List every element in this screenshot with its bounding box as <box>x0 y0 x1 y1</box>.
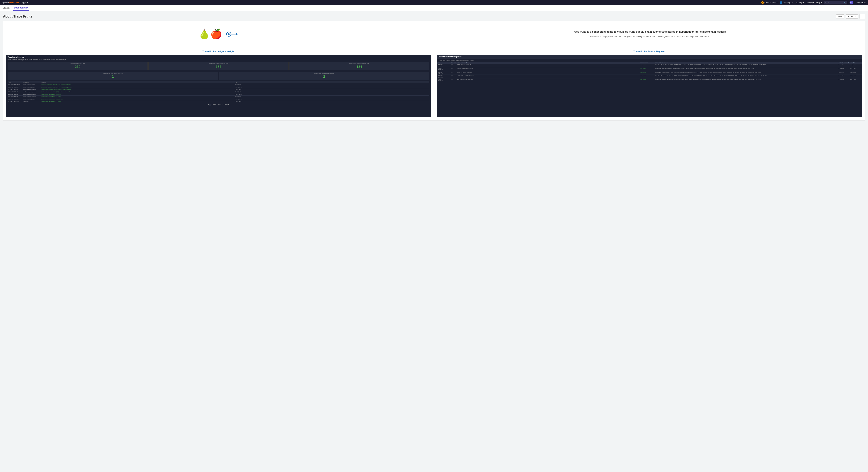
table-row: 2021-06-27 00:01:36 peer4.bittering.exam… <box>7 91 429 93</box>
messages-menu[interactable]: 2 Messages <box>780 1 794 4</box>
search-icon: 🔍 <box>844 2 846 4</box>
stat-value-4: 1 <box>9 75 217 78</box>
secondary-navigation: Search Dashboards ▾ <box>0 5 868 11</box>
mock-table-header: _time container_id tracing # _raw <box>7 82 429 83</box>
data-row: 2021-08-2700:36:54.005 419 4cf4d8-9770-4… <box>437 71 862 75</box>
mock-dark-title: Trace Fruits Events Payloads <box>438 56 462 58</box>
stat-box-1: Fruits Traceability Events Stats 260 <box>7 62 148 70</box>
main-grid: 🍐🍎 Trace fruits is a conceptual demo to … <box>3 21 865 121</box>
left-panel-title: Trace Fruits Ledgers Insight <box>6 50 431 53</box>
app-title: Trace Fruits <box>856 1 866 4</box>
settings-menu[interactable]: Settings <box>796 1 804 4</box>
stat-box-3: FruitsReceiver Ledger Blockchain Height … <box>289 62 429 70</box>
dashboards-chevron: ▾ <box>27 7 28 9</box>
right-panel-mock: Trace Fruits Events Payloads Trace Fruit… <box>437 55 862 117</box>
activity-menu[interactable]: Activity <box>806 1 814 4</box>
data-row: 2021-08-2700:23:59.882 417 b9f4e05a-0867… <box>437 64 862 67</box>
alert-indicator[interactable]: ! Administrator <box>761 1 778 4</box>
trace-icon <box>226 29 239 40</box>
stat-box-4: FruitsProvider Ledger Transaction Count … <box>7 72 218 80</box>
table-row: 2021-06-27 00:01:37 peer4.bittering.exam… <box>7 93 429 96</box>
stat-value-3: 134 <box>290 65 428 69</box>
right-panel-title: Trace Fruits Events Payload <box>437 50 862 53</box>
stat-value-2: 134 <box>150 65 287 69</box>
search-nav-item[interactable]: Search <box>2 5 10 11</box>
hero-sub-text: This demo concept picked from the GS1 gl… <box>590 35 709 38</box>
stat-value-5: 2 <box>220 75 428 78</box>
stat-label-3: FruitsReceiver Ledger Blockchain Height <box>290 63 428 64</box>
page-title: About Trace Fruits <box>3 14 32 19</box>
stat-value-1: 260 <box>9 65 146 69</box>
header-actions: Edit Export ▾ ... <box>836 14 865 19</box>
mock-dark-header: Trace Fruits Events Payloads <box>437 55 862 59</box>
table-row: 2021-06-27 00:01:26.30 77ebf6dbb3 [Fruit… <box>7 100 429 103</box>
table-row: 2021-06-27 00:01:58.40 peer1.poplar.exam… <box>7 86 429 88</box>
trace-arrow-svg <box>226 29 239 40</box>
table-row: 2021-06-27 00:01:58.300 peer1.poplar.exa… <box>7 84 429 86</box>
mock-left-header: Trace Fruits Ledgers <box>7 56 429 58</box>
mock-stats-grid: Fruits Traceability Events Stats 260 Fru… <box>7 62 429 70</box>
data-row: 2021-08-2700:39:43.185 417 7d7b3b5d-4b69… <box>437 75 862 78</box>
left-panel-mock: Trace Fruits Ledgers Insight of a demo f… <box>6 55 431 117</box>
top-navigation: splunk>enterprise Apps ! Administrator 2… <box>0 0 868 5</box>
hero-main-text: Trace fruits is a conceptual demo to vis… <box>572 30 726 34</box>
page-content: About Trace Fruits Edit Export ▾ ... 🍐🍎 <box>0 11 868 123</box>
global-search-input[interactable] <box>825 1 844 4</box>
hero-section: 🍐🍎 Trace fruits is a conceptual demo to … <box>3 21 865 47</box>
right-panel: Trace Fruits Events Payload Trace Fruits… <box>434 47 865 120</box>
global-search-bar[interactable]: 🔍 <box>824 1 847 4</box>
table-row: 2021-06-27 00:01:37 peer1.bittering.exam… <box>7 96 429 98</box>
stat-box-5: FruitsReceiver Ledger Transaction Count … <box>219 72 430 80</box>
stat-label-4: FruitsProvider Ledger Transaction Count <box>9 73 217 74</box>
nav-right-group: ! Administrator 2 Messages Settings Acti… <box>761 1 866 4</box>
splunk-logo[interactable]: splunk>enterprise <box>2 1 19 4</box>
svg-marker-3 <box>236 33 238 35</box>
hero-right: Trace fruits is a conceptual demo to vis… <box>434 21 865 47</box>
stat-label-5: FruitsReceiver Ledger Transaction Count <box>220 73 428 74</box>
apps-menu[interactable]: Apps <box>22 1 28 4</box>
more-button[interactable]: ... <box>860 14 865 19</box>
splunk-brand: splunk>enterprise <box>2 1 19 4</box>
left-panel: Trace Fruits Ledgers Insight Trace Fruit… <box>3 47 434 120</box>
stat-box-2: FruitsProvider Ledger Blockchain Height … <box>148 62 288 70</box>
dashboards-nav-item[interactable]: Dashboards ▾ <box>13 5 29 11</box>
user-avatar[interactable]: An <box>849 1 853 4</box>
table-row: 2021-06-27 00:01:26.30 peer1.poplar.exam… <box>7 98 429 100</box>
stat-label-2: FruitsProvider Ledger Blockchain Height <box>150 63 287 64</box>
export-button[interactable]: Export ▾ <box>846 14 858 19</box>
right-table-col-headers: _time block_number payload.data.actions[… <box>437 62 862 64</box>
data-row: 2021-08-2700:30:15.387 418 05e8033-0506-… <box>437 67 862 71</box>
alert-icon: ! <box>761 1 764 4</box>
hero-left: 🍐🍎 <box>3 21 434 47</box>
mock-left-table: _time container_id tracing # _raw 2021-0… <box>7 82 429 103</box>
table-row: 2021-06-27 00:01:37 peer0.bittering.exam… <box>7 88 429 91</box>
export-chevron: ▾ <box>855 15 856 18</box>
fruit-icon: 🍐🍎 <box>198 28 222 40</box>
mock-left-title: Trace Fruits Ledgers <box>7 56 24 58</box>
stat-label-1: Fruits Traceability Events Stats <box>9 63 146 64</box>
mock-left-sub: Insight of a demo fruits supply chain ev… <box>7 59 429 60</box>
data-row: 2021-08-2700:48:37.564 418 2b7b174f-4e26… <box>437 78 862 82</box>
svg-point-1 <box>228 33 230 35</box>
mock-dark-sub: Trace Fruits Events Request Response on … <box>437 59 862 62</box>
edit-button[interactable]: Edit <box>836 14 844 19</box>
pagination: ◀ 1 2 3 4 5 6 7 8 9 10 ▶ Next ▶ <box>7 104 429 105</box>
messages-badge: 2 <box>780 1 782 4</box>
page-header: About Trace Fruits Edit Export ▾ ... <box>3 14 865 19</box>
help-menu[interactable]: Help <box>816 1 822 4</box>
